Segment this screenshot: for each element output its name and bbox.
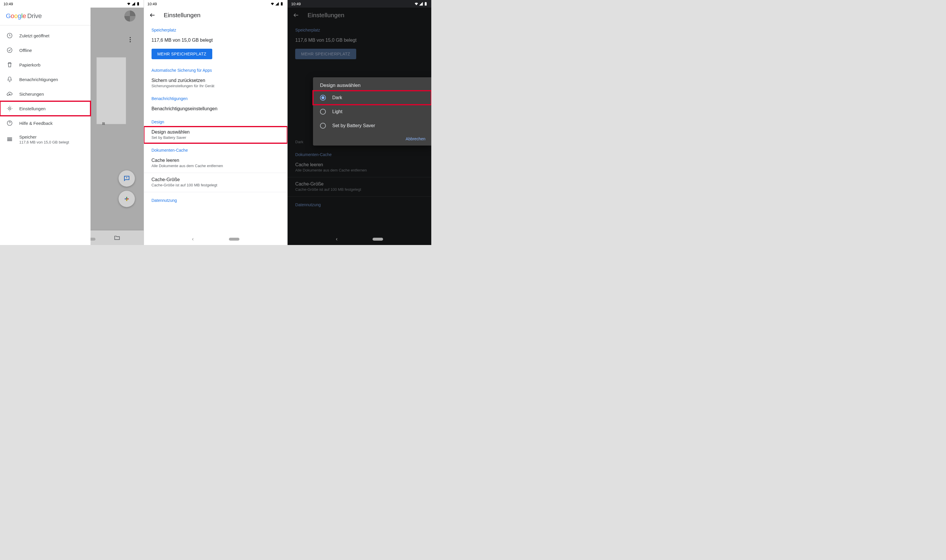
page-title: Einstellungen <box>164 12 201 18</box>
wifi-icon <box>127 2 131 6</box>
navigation-drawer: GoogleDrive Zuletzt geöffnet Offline Pap… <box>0 8 91 245</box>
section-backup: Automatische Sicherung für Apps <box>144 63 288 75</box>
theme-dialog: Design auswählen Dark Light Set by Batte… <box>313 77 431 146</box>
drawer-item-help[interactable]: Hilfe & Feedback <box>0 116 91 130</box>
svg-rect-6 <box>7 140 12 141</box>
radio-icon <box>320 109 326 115</box>
overflow-icon <box>130 36 131 43</box>
drawer-item-settings[interactable]: Einstellungen <box>0 101 91 116</box>
storage-usage: 117,6 MB von 15,0 GB belegt <box>144 35 288 46</box>
battery-icon <box>136 2 140 6</box>
signal-icon <box>275 2 279 6</box>
background-content: llt <box>91 8 144 245</box>
gesture-nav: ‹ <box>288 236 431 242</box>
trash-icon <box>6 62 13 68</box>
setting-theme[interactable]: Design auswählen Set by Battery Saver <box>144 126 288 143</box>
offline-icon <box>6 47 13 53</box>
gesture-nav: ‹ <box>144 236 288 242</box>
wifi-icon <box>270 2 275 6</box>
help-icon <box>6 120 13 126</box>
radio-icon <box>320 95 326 101</box>
drawer-item-backups[interactable]: Sicherungen <box>0 87 91 101</box>
svg-point-2 <box>9 108 11 109</box>
signal-icon <box>419 2 423 6</box>
status-time: 10:49 <box>291 2 301 6</box>
back-arrow-icon[interactable] <box>149 12 156 18</box>
drawer-item-storage[interactable]: Speicher 117,6 MB von 15,0 GB belegt <box>0 130 91 148</box>
drawer-item-offline[interactable]: Offline <box>0 43 91 57</box>
storage-icon <box>6 136 13 143</box>
setting-clear-cache[interactable]: Cache leeren Alle Dokumente aus dem Cach… <box>144 155 288 171</box>
radio-light[interactable]: Light <box>313 105 431 119</box>
dialog-title: Design auswählen <box>313 83 431 91</box>
status-bar: 10:49 <box>144 0 288 8</box>
back-icon[interactable]: ‹ <box>192 236 194 242</box>
setting-notifications[interactable]: Benachrichtigungseinstellungen <box>144 103 288 115</box>
drawer-logo: GoogleDrive <box>0 8 91 25</box>
clock-icon <box>6 32 13 39</box>
battery-icon <box>424 2 428 6</box>
status-time: 10:49 <box>3 2 13 6</box>
svg-rect-5 <box>7 139 12 140</box>
status-time: 10:49 <box>147 2 157 6</box>
battery-icon <box>280 2 284 6</box>
radio-battery[interactable]: Set by Battery Saver <box>313 119 431 133</box>
more-storage-button[interactable]: MEHR SPEICHERPLATZ <box>151 49 212 59</box>
svg-rect-4 <box>7 138 12 138</box>
bell-icon <box>6 76 13 83</box>
file-name: llt <box>102 122 105 126</box>
signal-icon <box>131 2 136 6</box>
setting-backup[interactable]: Sichern und zurücksetzen Sicherungseinst… <box>144 75 288 92</box>
svg-point-1 <box>7 48 12 53</box>
home-pill[interactable] <box>373 238 383 241</box>
gear-icon <box>6 105 13 112</box>
section-notifications: Benachrichtigungen <box>144 92 288 103</box>
app-bar: Einstellungen <box>144 8 288 23</box>
section-design: Design <box>144 115 288 126</box>
section-storage: Speicherplatz <box>144 23 288 35</box>
file-card <box>96 57 126 124</box>
drawer-item-trash[interactable]: Papierkorb <box>0 57 91 72</box>
cloud-icon <box>6 91 13 97</box>
radio-icon <box>320 123 326 129</box>
section-cache: Dokumenten-Cache <box>144 143 288 155</box>
back-icon[interactable]: ‹ <box>336 236 338 242</box>
drawer-item-recent[interactable]: Zuletzt geöffnet <box>0 28 91 43</box>
home-pill[interactable] <box>229 238 239 241</box>
wifi-icon <box>414 2 418 6</box>
status-bar: 10:49 <box>0 0 144 8</box>
feedback-fab[interactable] <box>119 170 135 187</box>
cancel-button[interactable]: Abbrechen <box>406 137 425 141</box>
setting-cache-size[interactable]: Cache-Größe Cache-Größe ist auf 100 MB f… <box>144 174 288 191</box>
avatar <box>124 11 136 22</box>
status-bar: 10:49 <box>288 0 431 8</box>
section-data: Datennutzung <box>144 193 288 205</box>
add-fab[interactable] <box>119 191 135 207</box>
drawer-item-notifications[interactable]: Benachrichtigungen <box>0 72 91 87</box>
radio-dark[interactable]: Dark <box>313 91 431 105</box>
